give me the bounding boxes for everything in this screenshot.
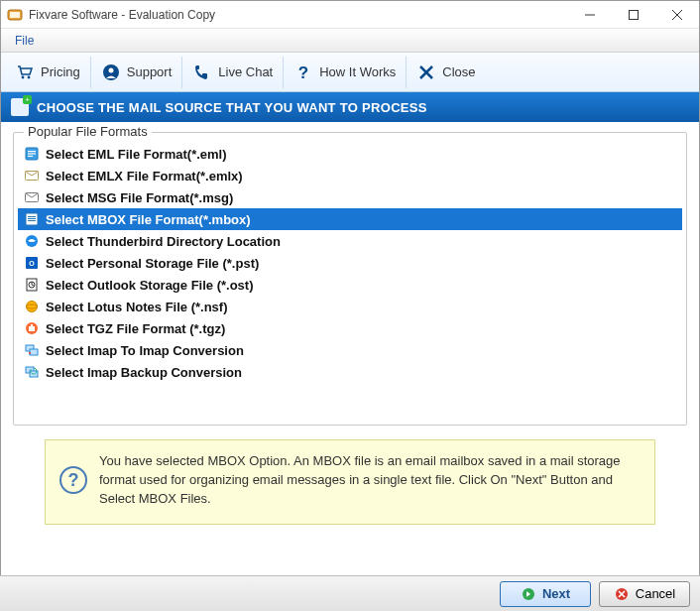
format-item-msg[interactable]: Select MSG File Format(*.msg) bbox=[18, 186, 682, 208]
window-title: Fixvare Software - Evaluation Copy bbox=[29, 8, 568, 22]
format-item-label: Select Thunderbird Directory Location bbox=[46, 234, 281, 249]
toolbar-live-chat-label: Live Chat bbox=[218, 64, 273, 79]
toolbar-support[interactable]: Support bbox=[91, 57, 183, 88]
format-item-label: Select MBOX File Format(*.mbox) bbox=[46, 212, 251, 227]
svg-rect-14 bbox=[28, 151, 36, 152]
svg-rect-20 bbox=[28, 216, 36, 217]
emlx-icon bbox=[24, 168, 40, 183]
toolbar-how-it-works-label: How It Works bbox=[319, 64, 396, 79]
format-item-pst[interactable]: OSelect Personal Storage File (*.pst) bbox=[18, 252, 682, 274]
toolbar-support-label: Support bbox=[127, 64, 173, 79]
svg-text:O: O bbox=[29, 260, 35, 267]
document-plus-icon bbox=[11, 98, 29, 116]
footer: Next Cancel bbox=[0, 575, 700, 611]
format-item-ost[interactable]: Select Outlook Storage File (*.ost) bbox=[18, 274, 682, 296]
svg-line-4 bbox=[672, 10, 682, 20]
format-item-label: Select Lotus Notes File (*.nsf) bbox=[46, 300, 227, 314]
info-text: You have selected MBOX Option. An MBOX f… bbox=[99, 452, 641, 512]
svg-rect-21 bbox=[28, 218, 36, 219]
toolbar-how-it-works[interactable]: ? How It Works bbox=[284, 57, 407, 88]
next-button[interactable]: Next bbox=[500, 581, 591, 607]
formats-group-title: Popular File Formats bbox=[24, 124, 152, 139]
eml-icon bbox=[24, 146, 40, 162]
cancel-button[interactable]: Cancel bbox=[599, 581, 690, 607]
format-item-eml[interactable]: Select EML File Format(*.eml) bbox=[18, 143, 682, 165]
tgz-icon bbox=[24, 320, 40, 336]
svg-rect-32 bbox=[31, 324, 33, 326]
svg-rect-3 bbox=[630, 10, 639, 19]
toolbar-live-chat[interactable]: Live Chat bbox=[182, 57, 284, 88]
support-icon bbox=[101, 62, 121, 82]
format-list: Select EML File Format(*.eml)Select EMLX… bbox=[18, 143, 682, 383]
imap-icon bbox=[24, 342, 40, 358]
format-item-label: Select Imap Backup Conversion bbox=[46, 365, 242, 380]
cancel-x-icon bbox=[614, 586, 630, 602]
format-item-label: Select Imap To Imap Conversion bbox=[46, 343, 244, 358]
format-item-label: Select MSG File Format(*.msg) bbox=[46, 190, 233, 205]
info-icon: ? bbox=[59, 466, 87, 494]
menu-file[interactable]: File bbox=[9, 32, 40, 50]
close-window-button[interactable] bbox=[655, 1, 699, 28]
formats-group: Popular File Formats Select EML File For… bbox=[13, 132, 687, 426]
question-icon: ? bbox=[293, 62, 313, 82]
maximize-button[interactable] bbox=[612, 1, 655, 28]
svg-text:?: ? bbox=[298, 63, 308, 82]
thunderbird-icon bbox=[24, 233, 40, 249]
svg-point-7 bbox=[28, 75, 31, 78]
toolbar-close-label: Close bbox=[442, 64, 475, 79]
svg-point-9 bbox=[108, 67, 113, 72]
cart-icon bbox=[15, 62, 35, 82]
mbox-icon bbox=[24, 211, 40, 227]
ost-icon bbox=[24, 277, 40, 293]
toolbar-close[interactable]: Close bbox=[407, 57, 485, 88]
format-item-nsf[interactable]: Select Lotus Notes File (*.nsf) bbox=[18, 296, 682, 317]
info-box: ? You have selected MBOX Option. An MBOX… bbox=[45, 439, 655, 525]
app-icon bbox=[7, 7, 23, 23]
format-item-thunderbird[interactable]: Select Thunderbird Directory Location bbox=[18, 230, 682, 252]
window-controls bbox=[568, 1, 699, 28]
format-item-label: Select TGZ File Format (*.tgz) bbox=[46, 321, 225, 336]
next-arrow-icon bbox=[521, 586, 536, 602]
msg-icon bbox=[24, 189, 40, 205]
title-bar: Fixvare Software - Evaluation Copy bbox=[1, 1, 699, 29]
svg-rect-16 bbox=[28, 156, 33, 157]
toolbar-pricing[interactable]: Pricing bbox=[5, 57, 91, 88]
content-area: Popular File Formats Select EML File For… bbox=[1, 122, 699, 525]
svg-point-28 bbox=[27, 302, 38, 312]
toolbar: Pricing Support Live Chat ? How It Works… bbox=[1, 53, 699, 92]
menu-bar: File bbox=[1, 29, 699, 53]
cancel-button-label: Cancel bbox=[636, 586, 675, 601]
format-item-label: Select Personal Storage File (*.pst) bbox=[46, 256, 259, 271]
svg-rect-31 bbox=[29, 326, 35, 331]
svg-rect-15 bbox=[28, 153, 36, 154]
close-icon bbox=[416, 62, 436, 82]
svg-rect-1 bbox=[10, 12, 20, 18]
toolbar-pricing-label: Pricing bbox=[41, 64, 80, 79]
phone-icon bbox=[192, 62, 212, 82]
imap-backup-icon bbox=[24, 364, 40, 380]
format-item-label: Select Outlook Storage File (*.ost) bbox=[46, 278, 253, 293]
format-item-tgz[interactable]: Select TGZ File Format (*.tgz) bbox=[18, 317, 682, 339]
pst-icon: O bbox=[24, 255, 40, 271]
format-item-imap-backup[interactable]: Select Imap Backup Conversion bbox=[18, 361, 682, 383]
section-header: CHOOSE THE MAIL SOURCE THAT YOU WANT TO … bbox=[1, 92, 699, 122]
svg-line-5 bbox=[672, 10, 682, 20]
next-button-label: Next bbox=[542, 586, 570, 601]
nsf-icon bbox=[24, 299, 40, 314]
format-item-label: Select EML File Format(*.eml) bbox=[46, 147, 227, 162]
svg-rect-22 bbox=[28, 220, 36, 221]
format-item-mbox[interactable]: Select MBOX File Format(*.mbox) bbox=[18, 208, 682, 230]
format-item-imap[interactable]: Select Imap To Imap Conversion bbox=[18, 339, 682, 361]
section-header-text: CHOOSE THE MAIL SOURCE THAT YOU WANT TO … bbox=[37, 100, 427, 115]
format-item-label: Select EMLX File Format(*.emlx) bbox=[46, 169, 243, 183]
svg-rect-34 bbox=[30, 349, 38, 355]
svg-point-6 bbox=[22, 75, 25, 78]
minimize-button[interactable] bbox=[568, 1, 612, 28]
format-item-emlx[interactable]: Select EMLX File Format(*.emlx) bbox=[18, 165, 682, 186]
